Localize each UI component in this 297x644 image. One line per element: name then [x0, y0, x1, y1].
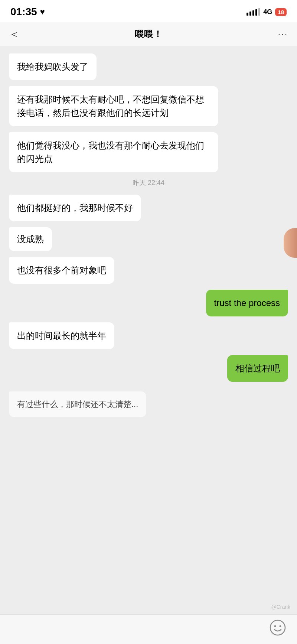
- message-text: 他们都挺好的，我那时候不好: [17, 203, 133, 213]
- signal-bar-4: [255, 9, 257, 16]
- back-button[interactable]: ＜: [9, 27, 19, 41]
- bubble-left: 他们都挺好的，我那时候不好: [9, 195, 141, 221]
- status-right: 4G 18: [247, 8, 287, 16]
- signal-bar-1: [247, 13, 248, 16]
- partial-text: 有过些什么，那时候还不太清楚...: [17, 400, 138, 409]
- signal-bars: [247, 8, 260, 16]
- bottom-bar: [0, 614, 297, 644]
- more-button[interactable]: ···: [278, 29, 288, 39]
- message-text: 也没有很多个前对象吧: [17, 265, 106, 275]
- message-text: 还有我那时候不太有耐心吧，不想回复微信不想接电话，然后也没有跟他们的长远计划: [17, 94, 204, 118]
- message-row: 没成熟: [0, 227, 297, 251]
- signal-bar-5: [258, 8, 260, 16]
- message-row: 还有我那时候不太有耐心吧，不想回复微信不想接电话，然后也没有跟他们的长远计划: [0, 86, 297, 126]
- bubble-left: 还有我那时候不太有耐心吧，不想回复微信不想接电话，然后也没有跟他们的长远计划: [9, 86, 218, 126]
- battery-badge: 18: [275, 8, 287, 16]
- timestamp-text: 昨天 22:44: [133, 179, 164, 186]
- bubble-left: 我给我妈吹头发了: [9, 53, 97, 80]
- nav-title: 喂喂！: [135, 28, 163, 40]
- message-text: 没成熟: [17, 234, 44, 244]
- status-time: 01:35: [10, 6, 37, 18]
- signal-bar-3: [252, 10, 254, 16]
- message-text: 相信过程吧: [235, 363, 280, 373]
- bubble-right: 相信过程吧: [227, 355, 288, 382]
- message-text: 他们觉得我没心，我也没有那个耐心去发现他们的闪光点: [17, 140, 204, 164]
- bubble-left: 也没有很多个前对象吧: [9, 257, 114, 284]
- partial-message: 有过些什么，那时候还不太清楚...: [0, 388, 297, 417]
- signal-4g-label: 4G: [263, 8, 272, 16]
- message-row: 他们觉得我没心，我也没有那个耐心去发现他们的闪光点: [0, 132, 297, 172]
- chat-area: 我给我妈吹头发了 还有我那时候不太有耐心吧，不想回复微信不想接电话，然后也没有跟…: [0, 46, 297, 614]
- bubble-left: 出的时间最长的就半年: [9, 322, 114, 349]
- message-row: 相信过程吧: [0, 355, 297, 382]
- message-text: trust the process: [214, 298, 280, 308]
- svg-point-0: [270, 620, 285, 635]
- bubble-right: trust the process: [206, 290, 288, 316]
- status-bar: 01:35 ♥ 4G 18: [0, 0, 297, 22]
- message-text: 我给我妈吹头发了: [17, 62, 88, 72]
- message-row: trust the process: [0, 290, 297, 316]
- timestamp: 昨天 22:44: [0, 178, 297, 187]
- nav-bar: ＜ 喂喂！ ···: [0, 22, 297, 46]
- message-row: 他们都挺好的，我那时候不好: [0, 195, 297, 221]
- bubble-left: 他们觉得我没心，我也没有那个耐心去发现他们的闪光点: [9, 132, 218, 172]
- signal-bar-2: [249, 12, 251, 16]
- watermark: @Crank: [271, 604, 290, 610]
- message-row: 出的时间最长的就半年: [0, 322, 297, 349]
- message-row: 也没有很多个前对象吧: [0, 257, 297, 284]
- bubble-left: 没成熟: [9, 227, 52, 251]
- bubble-partial: 有过些什么，那时候还不太清楚...: [9, 391, 146, 417]
- message-text: 出的时间最长的就半年: [17, 331, 106, 341]
- edge-decoration: [284, 228, 297, 258]
- svg-point-1: [274, 625, 276, 627]
- svg-point-2: [280, 625, 281, 627]
- emoji-button[interactable]: [270, 619, 286, 640]
- heart-icon: ♥: [40, 7, 45, 17]
- message-row: 我给我妈吹头发了: [0, 53, 297, 80]
- status-time-area: 01:35 ♥: [10, 6, 45, 18]
